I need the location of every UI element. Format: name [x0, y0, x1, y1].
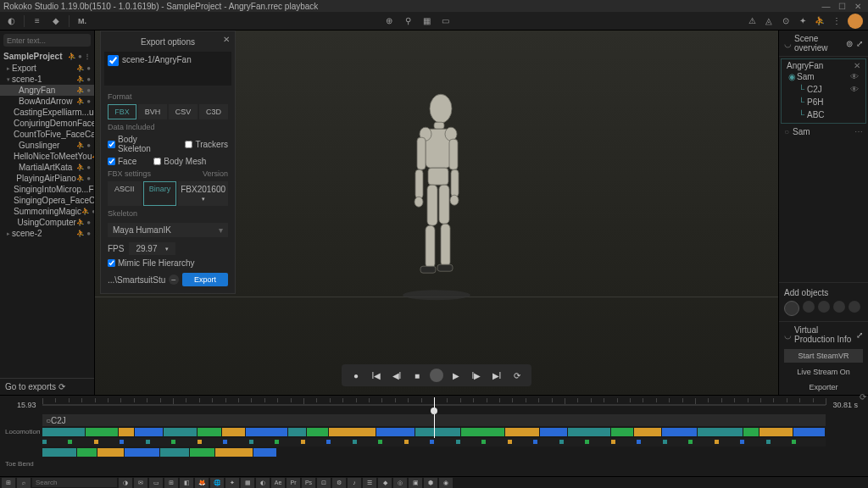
tree-item[interactable]: ▸scene-2⛹ ● [0, 228, 94, 239]
wifi-icon[interactable]: ⋮ [831, 15, 843, 27]
taskbar-app-icon[interactable]: ◉ [439, 478, 453, 488]
body-skeleton-checkbox[interactable]: Body Skeleton [108, 135, 168, 153]
taskbar-app-icon[interactable]: ⬢ [424, 478, 437, 488]
tree-item[interactable]: SingingIntoMicrop...Face⛹ ● [0, 184, 94, 195]
record-button[interactable]: ● [348, 368, 364, 383]
scene-item[interactable]: └ C2J👁 [783, 83, 864, 96]
exporter-button[interactable]: Exporter [779, 380, 868, 395]
view-mesh-icon[interactable]: ▦ [420, 15, 432, 27]
export-button[interactable]: Export [182, 273, 228, 286]
start-steamvr-button[interactable]: Start SteamVR [784, 349, 863, 363]
taskbar-app-icon[interactable]: ⚙ [332, 478, 346, 488]
minimize-icon[interactable]: — [819, 2, 832, 11]
scene-item[interactable]: ◉ Sam👁 [783, 70, 864, 83]
close-icon[interactable]: ✕ [851, 2, 865, 11]
tool-marketplace-icon[interactable]: M. [76, 15, 88, 27]
start-button[interactable]: ⊞ [2, 478, 15, 488]
add-other-button[interactable] [849, 301, 860, 313]
expand-icon[interactable]: ⤢ [856, 39, 863, 48]
add-camera-button[interactable] [818, 301, 830, 313]
headset-icon[interactable]: ⊙ [780, 15, 792, 27]
vp-expand-icon[interactable]: ⤢ [856, 330, 863, 340]
view-pose-icon[interactable]: ⊕ [383, 15, 395, 27]
format-bvh-button[interactable]: BVH [138, 104, 167, 119]
clip-row[interactable]: ○ C2J [42, 414, 826, 426]
tree-item[interactable]: ConjuringDemonFaceCap⛹ ● [0, 118, 94, 129]
project-header[interactable]: SampleProject ⛹ ● ⋮ [0, 50, 94, 63]
fps-select[interactable]: 29.97▾ [129, 242, 175, 255]
tree-item[interactable]: HelloNiceToMeetYou⛹ ● [0, 151, 94, 162]
taskbar-app-icon[interactable]: Ps [302, 478, 315, 488]
playhead-knob[interactable] [431, 408, 437, 414]
taskbar-app-icon[interactable]: ⊡ [317, 478, 331, 488]
step-fwd-button[interactable]: I▶ [469, 368, 484, 383]
star-icon[interactable]: ✦ [797, 15, 809, 27]
taskbar-app-icon[interactable]: ◆ [378, 478, 392, 488]
avatar[interactable] [848, 14, 863, 29]
group-close-icon[interactable]: ✕ [854, 61, 860, 70]
taskbar-app-icon[interactable]: ✉ [134, 478, 147, 488]
tree-item[interactable]: SummoningMagic⛹ ● [0, 206, 94, 217]
taskbar-app-icon[interactable]: ♪ [348, 478, 361, 488]
add-actor-button[interactable] [784, 301, 799, 316]
fbx-binary-button[interactable]: Binary [143, 181, 177, 206]
tree-item[interactable]: ▸Export⛹ ● [0, 63, 94, 74]
live-stream-button[interactable]: Live Stream On [779, 364, 868, 380]
track-short[interactable] [42, 448, 277, 457]
export-scene-checkbox[interactable] [108, 55, 119, 66]
tool-diamond-icon[interactable]: ◆ [50, 15, 62, 27]
taskbar-app-icon[interactable]: ⊞ [164, 478, 178, 488]
fbx-ascii-button[interactable]: ASCII [108, 181, 142, 206]
loop-button[interactable]: ⟳ [509, 368, 525, 383]
taskbar-app-icon[interactable]: ✦ [225, 478, 239, 488]
add-prop-button[interactable] [803, 301, 815, 313]
bodymesh-checkbox[interactable]: Body Mesh [153, 157, 206, 166]
timeline-loop-icon[interactable]: ⟳ [860, 392, 866, 402]
tree-item[interactable]: BowAndArrow⛹ ● [0, 96, 94, 107]
remove-path-button[interactable]: − [169, 274, 179, 285]
taskbar-search-icon[interactable]: ⌕ [17, 478, 31, 488]
tool-layers-icon[interactable]: ≡ [31, 15, 43, 27]
version-select[interactable]: FBX201600 ▾ [178, 181, 228, 206]
search-input[interactable]: ⌕ [3, 34, 91, 47]
actor-icon[interactable]: ⛹ [814, 15, 826, 27]
target-icon[interactable]: ⊚ [846, 39, 853, 48]
add-light-button[interactable] [833, 301, 845, 313]
taskbar-app-icon[interactable]: ▭ [149, 478, 163, 488]
trackers-checkbox[interactable]: Trackers [185, 135, 228, 153]
taskbar-app-icon[interactable]: ▦ [241, 478, 254, 488]
format-csv-button[interactable]: CSV [169, 104, 198, 119]
view-camera-icon[interactable]: ▭ [439, 15, 451, 27]
tree-item[interactable]: Gunslinger⛹ ● [0, 140, 94, 151]
taskbar-app-icon[interactable]: ☰ [363, 478, 376, 488]
skip-end-button[interactable]: ▶I [489, 368, 504, 383]
taskbar-app-icon[interactable]: ◑ [119, 478, 132, 488]
face-checkbox[interactable]: Face [108, 157, 136, 166]
play-button[interactable]: ▶ [448, 368, 464, 383]
locomotion-track[interactable]: Locomotion [42, 428, 826, 436]
tree-item[interactable]: CastingExpelliarm...ucaCap⛹ ● [0, 107, 94, 118]
timeline[interactable]: 15.93 30.81 s ⟳ ○ C2J Locomotion Toe Ben… [0, 395, 868, 476]
tree-item[interactable]: UsingComputer⛹ ● [0, 217, 94, 228]
warning-icon[interactable]: ⚠ [746, 15, 758, 27]
skip-start-button[interactable]: I◀ [369, 368, 384, 383]
taskbar-search-input[interactable] [32, 478, 117, 487]
track-secondary[interactable] [42, 438, 826, 446]
taskbar-app-icon[interactable]: ◎ [393, 478, 407, 488]
controller-icon[interactable]: ◬ [763, 15, 775, 27]
tree-item[interactable]: AngryFan⛹ ● [0, 85, 94, 96]
format-c3d-button[interactable]: C3D [199, 104, 228, 119]
tree-item[interactable]: CountToFive_FaceCap⛹ ● [0, 129, 94, 140]
taskbar-app-icon[interactable]: ◐ [256, 478, 270, 488]
view-skeleton-icon[interactable]: ⚲ [402, 15, 414, 27]
tree-item[interactable]: PlayingAirPiano⛹ ● [0, 173, 94, 184]
tree-item[interactable]: ▾scene-1⛹ ● [0, 74, 94, 85]
taskbar-app-icon[interactable]: ◧ [180, 478, 193, 488]
taskbar-app-icon[interactable]: ▣ [409, 478, 422, 488]
taskbar-app-icon[interactable]: Ae [271, 478, 285, 488]
taskbar-app-icon[interactable]: 🌐 [210, 478, 224, 488]
scene-item-muted[interactable]: ○Sam⋯ [779, 125, 868, 138]
tree-item[interactable]: MartialArtKata⛹ ● [0, 162, 94, 173]
scene-item[interactable]: └ ABC [783, 108, 864, 121]
export-close-icon[interactable]: ✕ [223, 35, 230, 44]
